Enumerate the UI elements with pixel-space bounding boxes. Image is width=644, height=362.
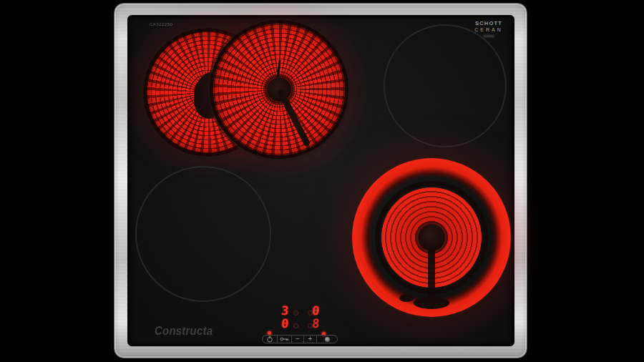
schott-logo-text: SCHOTT [470,20,507,26]
front-right-stem-base [414,297,449,309]
display-rear-right-level: 0 [311,305,320,317]
front-right-stem-base-small [399,294,414,302]
timer-button[interactable] [317,336,337,343]
stainless-steel-frame: CA322250 SCHOTT CERAN [114,3,527,358]
plus-label: + [308,336,313,343]
ceramic-glass-surface: CA322250 SCHOTT CERAN [127,15,514,346]
touch-control-panel: 3 0 0 8 [260,302,343,346]
burner-front-left-off [135,166,271,302]
constructa-logo: Constructa [155,325,213,338]
power-button[interactable] [263,336,278,343]
product-photo-stage: CA322250 SCHOTT CERAN [0,0,644,362]
touch-button-strip: − + [262,335,338,343]
minus-button[interactable]: − [292,336,304,343]
power-icon [266,336,273,343]
ceran-logo-text: CERAN [470,27,507,32]
burner-rear-left-dual-zone [141,19,360,170]
zone-indicator-dot [293,310,298,315]
ceran-sub-print [483,35,494,37]
plus-button[interactable]: + [304,336,317,343]
zone-indicator-dot [293,323,298,328]
child-lock-button[interactable] [278,336,292,343]
front-right-center-hub [418,224,445,251]
timer-dot-icon [325,337,330,342]
minus-label: − [296,336,300,343]
burner-rear-right-off [384,24,507,147]
burner-front-right-on [352,158,511,317]
display-front-left-level: 0 [280,318,289,330]
key-icon [280,336,289,342]
display-rear-left-level: 3 [280,305,289,317]
display-front-right-level: 8 [311,318,320,330]
